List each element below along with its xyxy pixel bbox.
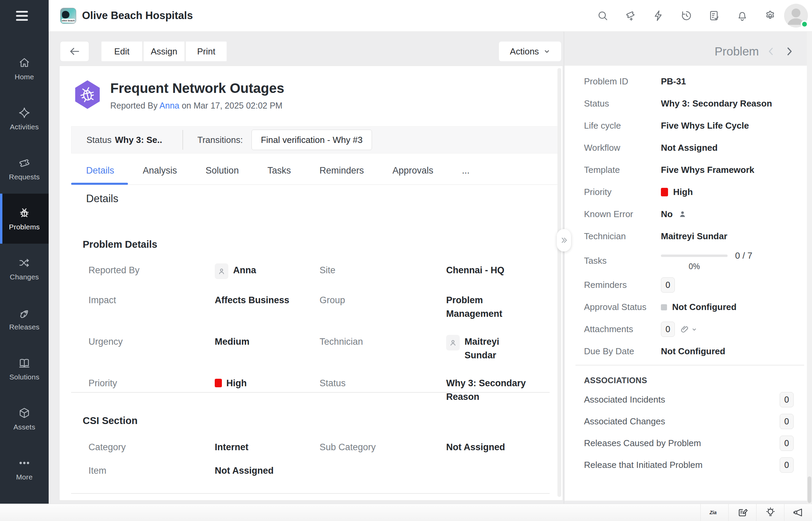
reminders-count-badge[interactable]: 0 [661, 277, 675, 293]
priority-text: High [673, 187, 693, 197]
sidebar-item-changes[interactable]: Changes [0, 244, 49, 294]
main-scrollbar-track[interactable] [557, 68, 561, 497]
technician-name[interactable]: Maitreyi Sundar [465, 335, 532, 362]
home-icon [18, 56, 31, 69]
sidebar-item-releases[interactable]: Releases [0, 294, 49, 344]
field-label: Status [320, 376, 446, 404]
associated-incidents-link[interactable]: Associated Incidents [584, 394, 665, 405]
notes-button[interactable] [728, 504, 756, 521]
bottom-utility-bar: Zia [0, 504, 812, 521]
priority-color-swatch [215, 379, 222, 387]
notifications-bell-icon[interactable] [736, 9, 749, 22]
releases-caused-count-badge[interactable]: 0 [780, 436, 794, 451]
release-initiated-count-badge[interactable]: 0 [780, 457, 794, 473]
sidebar-item-assets[interactable]: Assets [0, 394, 49, 444]
sidebar-item-more[interactable]: More [0, 444, 49, 494]
hamburger-menu-button[interactable] [0, 0, 49, 32]
property-row: Approval Status Not Configured [584, 296, 807, 318]
history-icon[interactable] [680, 9, 693, 22]
sidebar-item-label: Problems [9, 223, 39, 231]
releases-caused-link[interactable]: Releases Caused by Problem [584, 438, 701, 449]
assign-button[interactable]: Assign [143, 41, 185, 62]
property-label: Template [584, 165, 661, 175]
sidebar-item-requests[interactable]: Requests [0, 144, 49, 194]
tab-reminders[interactable]: Reminders [320, 157, 364, 184]
field-value-site: Chennai - HQ [446, 263, 532, 279]
settings-gear-icon[interactable] [764, 9, 777, 22]
field-label: Sub Category [320, 440, 446, 454]
user-avatar[interactable] [784, 4, 808, 28]
tasks-percent: 0% [661, 262, 728, 271]
property-row: Life cycle Five Whys Life Cycle [584, 115, 807, 137]
problem-title-block: Frequent Network Outages Reported By Ann… [110, 80, 284, 111]
property-row: Due By Date Not Configured [584, 340, 807, 362]
shuffle-icon [18, 257, 31, 269]
next-record-chevron-icon[interactable] [783, 46, 795, 57]
tab-solution[interactable]: Solution [206, 157, 239, 184]
user-chip: Maitreyi Sundar [446, 335, 532, 362]
panel-scrollbar-track[interactable] [807, 32, 812, 504]
person-filled-icon[interactable] [678, 210, 687, 219]
org-logo[interactable]: olive beach [60, 8, 76, 24]
sidebar-item-activities[interactable]: Activities [0, 94, 49, 144]
collapse-panel-button[interactable] [557, 229, 571, 251]
search-icon[interactable] [596, 9, 609, 22]
logo-caption: olive beach [62, 19, 75, 22]
problem-id-value: PB-31 [661, 76, 807, 87]
property-label: Status [584, 98, 661, 109]
field-value-category: Internet [215, 440, 320, 454]
associations-divider [575, 365, 804, 365]
back-button[interactable] [60, 41, 89, 62]
release-initiated-link[interactable]: Release that Initiated Problem [584, 460, 702, 470]
associated-changes-count-badge[interactable]: 0 [780, 414, 794, 429]
suggestions-button[interactable] [756, 504, 784, 521]
approval-status-text: Not Configured [672, 302, 736, 312]
add-request-icon[interactable] [624, 9, 637, 22]
property-row: Attachments 0 [584, 318, 807, 340]
edit-button[interactable]: Edit [101, 41, 143, 62]
status-value: Why 3: Secondary Reason [661, 98, 807, 109]
priority-color-swatch [661, 188, 668, 196]
zia-assistant-button[interactable]: Zia [700, 504, 728, 521]
details-heading: Details [86, 193, 118, 205]
panel-scrollbar-thumb[interactable] [808, 476, 811, 503]
property-row: Known Error No [584, 203, 807, 225]
tab-approvals[interactable]: Approvals [392, 157, 433, 184]
sidebar-nav: Home Activities Requests Problems Change… [0, 32, 49, 494]
reporter-link[interactable]: Anna [160, 101, 179, 110]
property-label: Technician [584, 231, 661, 242]
announcements-button[interactable] [784, 504, 812, 521]
property-row: Template Five Whys Framework [584, 159, 807, 181]
sidebar-item-problems[interactable]: Problems [0, 194, 49, 244]
tab-analysis[interactable]: Analysis [143, 157, 177, 184]
approval-status-swatch [661, 304, 667, 310]
associated-incidents-count-badge[interactable]: 0 [780, 392, 794, 407]
task-summary-icon[interactable] [708, 9, 721, 22]
tab-tasks[interactable]: Tasks [267, 157, 291, 184]
previous-record-chevron-icon[interactable] [766, 46, 777, 57]
actions-dropdown-button[interactable]: Actions [499, 41, 562, 62]
print-button[interactable]: Print [185, 41, 227, 62]
property-row: Problem ID PB-31 [584, 70, 807, 93]
sidebar-item-solutions[interactable]: Solutions [0, 344, 49, 394]
tab-details[interactable]: Details [86, 157, 114, 184]
associated-changes-link[interactable]: Associated Changes [584, 416, 665, 427]
online-status-dot [801, 20, 808, 28]
activities-icon [18, 107, 31, 119]
field-value-impact: Affects Business [215, 293, 320, 321]
field-value-item: Not Assigned [215, 464, 320, 477]
transition-action-button[interactable]: Final verification - Why #3 [251, 130, 372, 150]
template-value: Five Whys Framework [661, 165, 807, 175]
field-label: Category [88, 440, 215, 454]
attachments-count-badge[interactable]: 0 [661, 322, 675, 337]
field-value-status: Why 3: Secondary Reason [446, 376, 532, 404]
field-value-urgency: Medium [215, 335, 320, 362]
quick-actions-bolt-icon[interactable] [652, 9, 665, 22]
sidebar-item-home[interactable]: Home [0, 44, 49, 94]
sidebar-item-label: Home [15, 73, 34, 81]
note-edit-icon [737, 507, 748, 518]
tab-more[interactable]: ... [462, 157, 470, 184]
reporter-name[interactable]: Anna [233, 263, 256, 277]
progress-bar [661, 255, 728, 257]
attachments-menu[interactable] [680, 325, 697, 334]
